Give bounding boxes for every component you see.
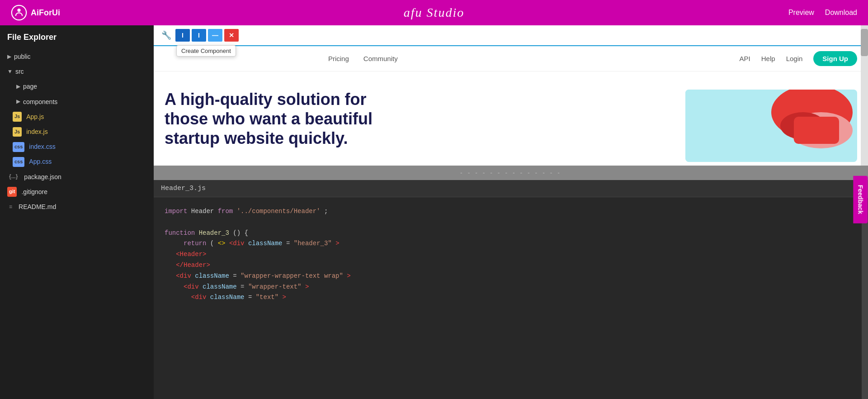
toolbar-btn-1[interactable]: I (175, 29, 190, 42)
logo: AiForUi (11, 5, 60, 21)
nav-link-community[interactable]: Community (363, 55, 398, 62)
topbar-actions: Preview Download (788, 9, 857, 17)
sidebar-item-src[interactable]: ▼ src (0, 64, 154, 79)
sidebar-item-label: components (23, 96, 57, 108)
badge-js: Js (13, 127, 22, 137)
sidebar-item-label: README.md (19, 201, 56, 213)
code-editor: Header_3.js import Header from '../compo… (154, 180, 868, 399)
nav-link-pricing[interactable]: Pricing (328, 55, 349, 62)
preview-hero-text: A high-quality solution forthose who wan… (165, 90, 675, 148)
arrow-icon: ▶ (16, 82, 20, 92)
sidebar-item-label: App.css (29, 156, 52, 167)
badge-git: git (7, 187, 17, 197)
preview-nav: Pricing Community API Help Login Sign Up (154, 46, 868, 71)
logo-text: AiForUi (31, 8, 60, 18)
preview-nav-links: Pricing Community (328, 55, 398, 62)
sidebar-title: File Explorer (0, 33, 154, 49)
content-wrapper: 🔧 I I — ✕ Create Component Pricing Commu… (154, 25, 868, 399)
hero-heading: A high-quality solution forthose who wan… (165, 90, 675, 148)
code-line: <div className = "text" > (165, 292, 857, 303)
preview-pane: 🔧 I I — ✕ Create Component Pricing Commu… (154, 25, 868, 166)
main-layout: File Explorer ▶ public ▼ src ▶ page ▶ co… (0, 25, 868, 399)
sidebar-item-label: index.js (26, 126, 47, 138)
badge-css: css (13, 157, 24, 167)
code-line: </Header> (165, 260, 857, 271)
sidebar-item-label: src (15, 66, 24, 77)
badge-js: Js (13, 112, 22, 122)
topbar: AiForUi afu Studio Preview Download (0, 0, 868, 25)
sidebar-item-label: App.js (26, 111, 44, 123)
close-button[interactable]: ✕ (224, 29, 239, 42)
sidebar-item-appjs[interactable]: Js App.js (0, 109, 154, 124)
feedback-tab[interactable]: Feedback (854, 176, 868, 223)
preview-hero: A high-quality solution forthose who wan… (154, 71, 868, 162)
badge-pkg: {...} (7, 171, 19, 182)
wrench-button[interactable]: 🔧 (159, 29, 174, 42)
badge-css: css (13, 142, 24, 152)
signup-button[interactable]: Sign Up (813, 51, 857, 66)
editor-filename: Header_3.js (154, 180, 868, 197)
download-button[interactable]: Download (825, 9, 857, 17)
arrow-icon: ▶ (7, 52, 11, 62)
preview-button[interactable]: Preview (788, 9, 814, 17)
pane-divider[interactable]: - - - - - - - - - - - - - - (154, 166, 868, 180)
editor-code-body[interactable]: import Header from '../components/Header… (154, 197, 868, 312)
sidebar-item-packagejson[interactable]: {...} package.json (0, 170, 154, 185)
logo-icon (11, 5, 27, 21)
sidebar-item-label: public (14, 51, 31, 62)
code-line: function Header_3 () { (165, 228, 857, 239)
app-title: afu Studio (404, 5, 464, 20)
nav-link-login[interactable]: Login (786, 55, 803, 62)
toolbar-btn-3[interactable]: — (208, 29, 222, 42)
nav-link-help[interactable]: Help (761, 55, 775, 62)
arrow-icon: ▶ (16, 97, 20, 107)
divider-dots: - - - - - - - - - - - - - - (460, 169, 561, 176)
sidebar-item-indexcss[interactable]: css index.css (0, 139, 154, 154)
code-line: <div className = "wrapper-text" > (165, 282, 857, 293)
sidebar-item-label: index.css (29, 141, 55, 152)
scroll-thumb (861, 29, 868, 56)
sidebar-item-gitignore[interactable]: git .gitignore (0, 185, 154, 200)
sidebar-item-readme[interactable]: ≡ README.md (0, 200, 154, 214)
sidebar-item-components[interactable]: ▶ components (0, 95, 154, 109)
sidebar-item-label: .gitignore (21, 186, 47, 198)
toolbar-btn-2[interactable]: I (192, 29, 206, 42)
preview-scrollbar[interactable] (861, 25, 868, 166)
nav-link-api[interactable]: API (740, 55, 750, 62)
sidebar: File Explorer ▶ public ▼ src ▶ page ▶ co… (0, 25, 154, 399)
arrow-icon: ▼ (7, 67, 13, 77)
sidebar-item-public[interactable]: ▶ public (0, 49, 154, 64)
sidebar-item-appcss[interactable]: css App.css (0, 154, 154, 169)
svg-rect-6 (794, 117, 839, 144)
sidebar-item-indexjs[interactable]: Js index.js (0, 124, 154, 139)
preview-hero-image (685, 90, 857, 162)
create-component-tooltip: Create Component (176, 45, 236, 57)
hero-image-svg (685, 90, 857, 162)
sidebar-item-page[interactable]: ▶ page (0, 79, 154, 94)
code-line: import Header from '../components/Header… (165, 206, 857, 217)
code-line: return ( <> <div className = "header_3" … (165, 238, 857, 249)
code-line: <div className = "wrapper-wrapper-text w… (165, 271, 857, 282)
preview-toolbar: 🔧 I I — ✕ Create Component (154, 25, 868, 46)
badge-md: ≡ (7, 202, 14, 213)
sidebar-item-label: page (23, 81, 37, 92)
code-line (165, 217, 857, 228)
code-line: <Header> (165, 249, 857, 260)
preview-nav-right: API Help Login Sign Up (740, 51, 857, 66)
svg-point-1 (17, 9, 20, 12)
sidebar-item-label: package.json (24, 171, 61, 183)
